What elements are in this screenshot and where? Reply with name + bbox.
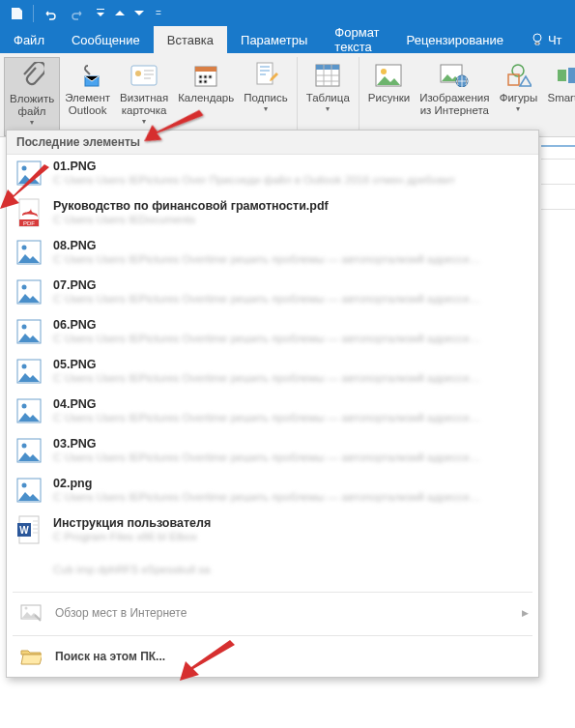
svg-point-3 (135, 71, 141, 76)
redo-icon[interactable] (65, 3, 90, 24)
recent-item[interactable]: 04.PNGC Users Users IEPictures Overtime … (7, 393, 538, 432)
svg-point-24 (22, 284, 27, 289)
file-type-icon (16, 160, 42, 186)
recent-item[interactable]: PDFРуководство по финансовой грамотности… (7, 194, 538, 234)
file-name: 05.PNG (53, 358, 529, 371)
title-bar: = (0, 0, 575, 26)
browse-pc-label: Поиск на этом ПК... (55, 650, 165, 663)
qat-more-icon[interactable] (92, 3, 109, 24)
online-pictures-button[interactable]: Изображения из Интернета (415, 57, 494, 136)
recent-item[interactable]: WИнструкция пользователяC Program Files … (7, 511, 538, 551)
recent-items-header: Последние элементы (7, 131, 538, 155)
ribbon-group-include: Вложить файл ▾ Элемент Outlook Визитная … (0, 57, 298, 136)
file-path: C Users Users IEPictures Overtime решить… (53, 372, 529, 384)
outlook-item-button[interactable]: Элемент Outlook (60, 57, 115, 136)
file-name: 08.PNG (53, 239, 529, 252)
attach-file-button[interactable]: Вложить файл ▾ (4, 57, 60, 136)
picture-icon (375, 59, 402, 92)
file-type-icon (16, 478, 42, 503)
tab-review[interactable]: Рецензирование (393, 26, 517, 53)
recent-item[interactable]: 07.PNGC Users Users IEPictures Overtime … (7, 274, 538, 313)
calendar-icon (193, 59, 218, 92)
tab-params[interactable]: Параметры (227, 26, 321, 53)
file-path: C Users Users IEPictures Overtime решить… (53, 333, 529, 344)
recent-item[interactable]: Cub imp dphRFS eSpesskull sa (7, 551, 538, 590)
file-type-icon (16, 438, 42, 463)
svg-point-26 (22, 324, 27, 329)
qat-separator (33, 5, 34, 22)
file-type-icon (16, 359, 42, 384)
tab-message[interactable]: Сообщение (58, 26, 154, 53)
tab-format[interactable]: Формат текста (321, 26, 392, 53)
shapes-button[interactable]: Фигуры ▾ (494, 57, 542, 136)
ribbon-group-illustrations: Рисунки Изображения из Интернета Фигуры … (359, 57, 575, 136)
tab-insert[interactable]: Вставка (154, 26, 227, 53)
pictures-label: Рисунки (368, 92, 410, 104)
business-card-label: Визитная карточка (120, 92, 168, 117)
card-icon (130, 59, 158, 92)
file-type-icon (16, 240, 42, 265)
attach-file-dropdown: Последние элементы 01.PNGC Users Users I… (6, 130, 539, 678)
file-type-icon (16, 279, 42, 305)
chevron-down-icon: ▾ (264, 104, 268, 113)
business-card-button[interactable]: Визитная карточка ▾ (115, 57, 173, 136)
shapes-label: Фигуры (500, 92, 538, 104)
browse-web-label: Обзор мест в Интернете (55, 606, 187, 620)
table-button[interactable]: Таблица ▾ (302, 57, 355, 136)
undo-icon[interactable] (38, 3, 63, 24)
tab-tell-me[interactable]: Чт (517, 26, 575, 53)
svg-point-0 (533, 34, 541, 42)
tab-tell-me-label: Чт (548, 33, 562, 47)
smartart-button[interactable]: SmartArt (542, 57, 575, 136)
ribbon-tabs: Файл Сообщение Вставка Параметры Формат … (0, 26, 575, 53)
file-name: 07.PNG (53, 278, 529, 292)
browse-web-row[interactable]: Обзор мест в Интернете ▶ (7, 595, 538, 633)
up-caret-icon[interactable] (111, 3, 129, 24)
file-type-icon (16, 556, 42, 581)
file-name: Инструкция пользователя (53, 516, 529, 530)
pictures-button[interactable]: Рисунки (363, 57, 415, 136)
recent-item[interactable]: 03.PNGC Users Users IEPictures Overtime … (7, 432, 538, 472)
calendar-button[interactable]: Календарь (173, 57, 239, 136)
signature-button[interactable]: Подпись ▾ (239, 57, 293, 136)
file-name: 01.PNG (53, 160, 529, 173)
recent-item[interactable]: 02.pngC Users Users IEPictures Overtime … (7, 472, 538, 511)
recent-item[interactable]: 08.PNGC Users Users IEPictures Overtime … (7, 234, 538, 274)
chevron-down-icon: ▾ (516, 104, 520, 113)
file-name: 04.PNG (53, 397, 529, 411)
paperclip-mail-icon (75, 59, 101, 92)
file-path: C Users Users IEPictures Over Присоеди ф… (53, 174, 529, 186)
recent-item[interactable]: 01.PNGC Users Users IEPictures Over Прис… (7, 155, 538, 194)
document-area (541, 145, 575, 234)
recent-item[interactable]: 06.PNGC Users Users IEPictures Overtime … (7, 313, 538, 353)
save-icon[interactable] (4, 3, 29, 24)
ribbon: Вложить файл ▾ Элемент Outlook Визитная … (0, 53, 575, 137)
file-path: C Users Users IEPictures Overtime решить… (53, 253, 529, 265)
eq-icon[interactable]: = (150, 3, 167, 24)
chevron-down-icon: ▾ (142, 117, 146, 126)
file-path: C Users Users IEPictures Overtime решить… (53, 451, 529, 463)
shapes-icon (504, 59, 532, 92)
down-caret-icon[interactable] (130, 3, 148, 24)
calendar-label: Календарь (178, 92, 234, 104)
file-name: 02.png (53, 477, 529, 490)
separator (13, 635, 532, 636)
table-label: Таблица (306, 92, 350, 104)
smartart-icon (556, 59, 575, 92)
file-type-icon (16, 398, 42, 423)
table-icon (315, 59, 340, 92)
svg-point-32 (22, 443, 27, 448)
attach-file-label: Вложить файл (10, 93, 54, 118)
tab-file[interactable]: Файл (0, 26, 58, 53)
svg-rect-2 (131, 66, 157, 85)
file-path: C Users Users IEPictures Overtime решить… (53, 412, 529, 423)
folder-open-icon (18, 648, 43, 665)
svg-text:PDF: PDF (23, 220, 35, 226)
browse-pc-row[interactable]: Поиск на этом ПК... (7, 638, 538, 677)
smartart-label: SmartArt (547, 92, 575, 104)
recent-item[interactable]: 05.PNGC Users Users IEPictures Overtime … (7, 353, 538, 393)
paperclip-icon (19, 60, 44, 93)
chevron-down-icon: ▾ (30, 118, 34, 127)
svg-point-10 (381, 69, 387, 74)
separator (13, 592, 532, 593)
